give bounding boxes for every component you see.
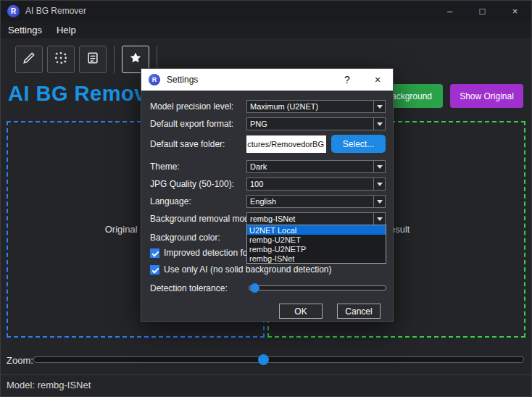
dots-icon — [54, 51, 68, 68]
model-precision-label: Model precision level: — [150, 100, 233, 113]
menubar: Settings Help — [1, 21, 531, 38]
theme-label: Theme: — [150, 160, 180, 173]
menu-item-help[interactable]: Help — [49, 21, 83, 38]
settings-dialog: R Settings ? × Model precision level: Ma… — [141, 68, 394, 322]
minimize-button[interactable]: – — [433, 1, 466, 21]
dialog-title: Settings — [167, 75, 198, 85]
export-format-label: Default export format: — [150, 117, 233, 130]
dialog-close-button[interactable]: × — [362, 69, 393, 91]
dropdown-option[interactable]: rembg-ISNet — [247, 254, 386, 263]
zoom-slider-handle[interactable] — [258, 354, 269, 365]
bg-removal-model-label: Background removal model: — [150, 212, 258, 225]
zoom-label: Zoom: — [7, 355, 33, 366]
statusbar-model-text: Model: rembg-ISNet — [7, 380, 91, 390]
bg-removal-model-select[interactable]: rembg-ISNet — [246, 212, 386, 225]
brush-icon — [22, 51, 36, 68]
improved-detection-checkbox[interactable] — [150, 248, 159, 258]
app-window: R AI BG Remover – □ × Settings Help — [0, 0, 532, 397]
language-select[interactable]: English — [246, 195, 386, 208]
use-only-ai-checkbox-row: Use only AI (no solid background detecti… — [150, 264, 331, 275]
detection-tolerance-label: Detection tolerance: — [150, 282, 228, 295]
dialog-logo-icon: R — [149, 74, 160, 85]
jpg-quality-value: 100 — [250, 180, 263, 188]
use-only-ai-label: Use only AI (no solid background detecti… — [164, 264, 331, 275]
close-button[interactable]: × — [499, 1, 531, 21]
bg-removal-model-dropdown-list[interactable]: U2NET Local rembg-U2NET rembg-U2NETP rem… — [246, 225, 386, 264]
toolbar — [15, 46, 160, 73]
use-only-ai-checkbox[interactable] — [150, 265, 159, 275]
titlebar: R AI BG Remover – □ × — [1, 1, 531, 21]
menu-item-settings[interactable]: Settings — [1, 21, 49, 38]
dialog-titlebar-buttons: ? × — [332, 69, 393, 91]
model-precision-select[interactable]: Maximum (U2NET) — [246, 100, 386, 113]
language-value: English — [250, 197, 276, 206]
language-label: Language: — [150, 195, 191, 208]
export-format-value: PNG — [250, 120, 267, 128]
jpg-quality-select[interactable]: 100 — [246, 177, 386, 191]
show-original-button[interactable]: Show Original — [450, 84, 523, 108]
notes-icon — [86, 51, 100, 68]
chevron-down-icon — [373, 118, 385, 130]
dialog-titlebar: R Settings ? × — [141, 69, 393, 91]
app-logo-icon: R — [7, 5, 20, 17]
export-format-select[interactable]: PNG — [246, 117, 386, 130]
theme-value: Dark — [250, 162, 267, 171]
detection-tolerance-handle[interactable] — [250, 283, 259, 293]
window-title: AI BG Remover — [25, 6, 86, 16]
dropdown-option[interactable]: rembg-U2NETP — [247, 244, 386, 254]
jpg-quality-label: JPG Quality (50-100): — [150, 177, 234, 191]
dropdown-option[interactable]: rembg-U2NET — [247, 235, 386, 244]
theme-select[interactable]: Dark — [246, 160, 386, 173]
brush-tool-button[interactable] — [15, 46, 43, 73]
notes-tool-button[interactable] — [79, 46, 107, 73]
detect-tool-button[interactable] — [47, 46, 75, 73]
bg-removal-model-value: rembg-ISNet — [250, 214, 295, 223]
chevron-down-icon — [373, 101, 385, 112]
dropdown-option[interactable]: U2NET Local — [247, 225, 386, 235]
star-icon — [128, 51, 143, 68]
window-controls: – □ × — [433, 1, 531, 21]
save-folder-input[interactable]: ctures/RemovedorBG — [246, 135, 326, 153]
chevron-down-icon — [373, 196, 385, 207]
statusbar-divider — [1, 375, 531, 375]
zoom-slider[interactable] — [33, 356, 524, 363]
chevron-down-icon — [373, 213, 385, 225]
model-precision-value: Maximum (U2NET) — [250, 102, 318, 111]
select-folder-button[interactable]: Select... — [331, 135, 386, 153]
background-color-label: Background color: — [150, 231, 220, 244]
toolbar-separator — [114, 46, 115, 73]
cancel-button[interactable]: Cancel — [337, 304, 381, 319]
dialog-help-button[interactable]: ? — [332, 69, 362, 91]
maximize-button[interactable]: □ — [466, 1, 499, 21]
chevron-down-icon — [373, 161, 385, 172]
detection-tolerance-slider[interactable] — [249, 285, 386, 291]
save-folder-label: Default save folder: — [150, 138, 225, 151]
chevron-down-icon — [373, 178, 385, 190]
ok-button[interactable]: OK — [279, 304, 323, 319]
